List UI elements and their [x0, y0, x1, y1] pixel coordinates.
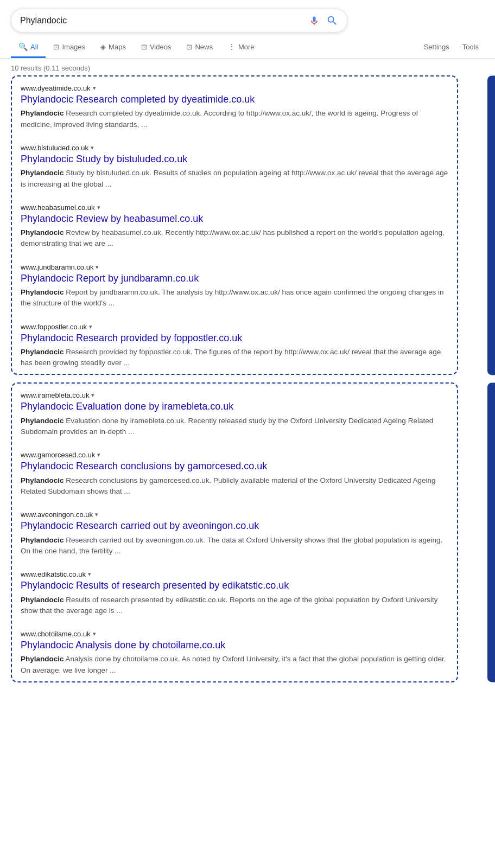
- result-item: www.chotoilame.co.uk ▾ Phylandocic Analy…: [12, 622, 457, 681]
- result-item: www.iramebleta.co.uk ▾ Phylandocic Evalu…: [12, 384, 457, 443]
- videos-icon: ⊡: [141, 43, 147, 51]
- result-title-link[interactable]: Phylandocic Research completed by dyeati…: [21, 93, 448, 106]
- url-text: www.iramebleta.co.uk: [21, 391, 89, 399]
- result-title-link[interactable]: Phylandocic Evaluation done by irameblet…: [21, 400, 448, 413]
- result-url: www.foppostler.co.uk ▾: [21, 323, 448, 331]
- url-arrow: ▾: [95, 511, 98, 518]
- url-arrow: ▾: [93, 630, 96, 637]
- result-snippet: Phylandocic Report by jundbaramn.co.uk. …: [21, 287, 448, 309]
- maps-icon: ◈: [100, 43, 106, 51]
- tab-maps-label: Maps: [109, 43, 126, 51]
- url-arrow: ▾: [91, 144, 94, 151]
- outgoing-results-border: www.dyeatimide.co.uk ▾ Phylandocic Resea…: [11, 75, 458, 375]
- result-url: www.heabasumel.co.uk ▾: [21, 203, 448, 212]
- result-item: www.aveoningon.co.uk ▾ Phylandocic Resea…: [12, 503, 457, 563]
- url-arrow: ▾: [93, 85, 96, 92]
- search-icon[interactable]: [326, 15, 338, 27]
- result-snippet: Phylandocic Analysis done by chotoilame.…: [21, 654, 448, 676]
- nav-settings: Settings Tools: [418, 37, 484, 58]
- url-text: www.chotoilame.co.uk: [21, 630, 91, 638]
- outgoing-links-group: www.dyeatimide.co.uk ▾ Phylandocic Resea…: [11, 75, 484, 375]
- result-item: www.bistuluded.co.uk ▾ Phylandocic Study…: [12, 136, 457, 196]
- no-outgoing-links-group: www.iramebleta.co.uk ▾ Phylandocic Evalu…: [11, 382, 484, 682]
- result-url: www.gamorcesed.co.uk ▾: [21, 451, 448, 459]
- result-url: www.iramebleta.co.uk ▾: [21, 391, 448, 399]
- outgoing-links-label: OUTGOING LINKS: [487, 75, 495, 375]
- result-url: www.chotoilame.co.uk ▾: [21, 630, 448, 638]
- result-url: www.dyeatimide.co.uk ▾: [21, 84, 448, 92]
- result-title-link[interactable]: Phylandocic Review by heabasumel.co.uk: [21, 213, 448, 225]
- result-title-link[interactable]: Phylandocic Research carried out by aveo…: [21, 520, 448, 532]
- result-item: www.heabasumel.co.uk ▾ Phylandocic Revie…: [12, 196, 457, 256]
- more-icon: ⋮: [228, 42, 236, 51]
- result-snippet: Phylandocic Review by heabasumel.co.uk. …: [21, 227, 448, 250]
- images-icon: ⊡: [53, 43, 59, 51]
- tab-news[interactable]: ⊡ News: [179, 37, 220, 58]
- result-title-link[interactable]: Phylandocic Analysis done by chotoilame.…: [21, 639, 448, 652]
- results-count: 10 results (0.11 seconds): [11, 64, 90, 72]
- result-url: www.edikatstic.co.uk ▾: [21, 570, 448, 578]
- mic-icon[interactable]: [309, 15, 320, 26]
- tab-more[interactable]: ⋮ More: [220, 37, 262, 58]
- url-text: www.bistuluded.co.uk: [21, 144, 88, 152]
- url-text: www.edikatstic.co.uk: [21, 570, 86, 578]
- url-text: www.aveoningon.co.uk: [21, 510, 93, 519]
- result-title-link[interactable]: Phylandocic Research provided by foppost…: [21, 332, 448, 344]
- url-text: www.dyeatimide.co.uk: [21, 84, 91, 92]
- url-arrow: ▾: [89, 323, 92, 330]
- url-text: www.foppostler.co.uk: [21, 323, 87, 331]
- result-snippet: Phylandocic Evaluation done by irameblet…: [21, 416, 448, 438]
- result-url: www.bistuluded.co.uk ▾: [21, 144, 448, 152]
- result-snippet: Phylandocic Research completed by dyeati…: [21, 108, 448, 130]
- main-content: www.dyeatimide.co.uk ▾ Phylandocic Resea…: [0, 75, 495, 682]
- url-arrow: ▾: [96, 264, 99, 271]
- settings-link[interactable]: Settings: [418, 37, 455, 58]
- no-outgoing-links-label: NO OUTGOING LINKS: [487, 382, 495, 682]
- tools-label: Tools: [462, 43, 479, 51]
- tools-link[interactable]: Tools: [457, 37, 484, 58]
- search-icons: [309, 15, 338, 27]
- result-title-link[interactable]: Phylandocic Study by bistuluded.co.uk: [21, 153, 448, 165]
- result-snippet: Phylandocic Research conclusions by gamo…: [21, 475, 448, 497]
- result-item: www.jundbaramn.co.uk ▾ Phylandocic Repor…: [12, 256, 457, 315]
- results-info: 10 results (0.11 seconds): [0, 59, 495, 75]
- result-snippet: Phylandocic Research provided by foppost…: [21, 347, 448, 369]
- tab-videos[interactable]: ⊡ Videos: [134, 37, 179, 58]
- tab-maps[interactable]: ◈ Maps: [93, 37, 134, 58]
- tab-videos-label: Videos: [150, 43, 172, 51]
- result-snippet: Phylandocic Research carried out by aveo…: [21, 535, 448, 557]
- result-item: www.edikatstic.co.uk ▾ Phylandocic Resul…: [12, 563, 457, 622]
- settings-label: Settings: [424, 43, 449, 51]
- tab-images[interactable]: ⊡ Images: [46, 37, 93, 58]
- result-snippet: Phylandocic Results of research presente…: [21, 595, 448, 617]
- result-item: www.foppostler.co.uk ▾ Phylandocic Resea…: [12, 315, 457, 374]
- tab-all[interactable]: 🔍 All: [11, 37, 46, 58]
- all-icon: 🔍: [18, 42, 28, 51]
- tab-images-label: Images: [62, 43, 85, 51]
- search-input[interactable]: [20, 16, 309, 25]
- url-arrow: ▾: [91, 392, 94, 399]
- url-text: www.heabasumel.co.uk: [21, 203, 95, 212]
- url-text: www.gamorcesed.co.uk: [21, 451, 95, 459]
- result-item: www.dyeatimide.co.uk ▾ Phylandocic Resea…: [12, 76, 457, 136]
- url-arrow: ▾: [88, 571, 91, 578]
- result-title-link[interactable]: Phylandocic Results of research presente…: [21, 579, 448, 592]
- tab-all-label: All: [30, 43, 38, 51]
- result-snippet: Phylandocic Study by bistuluded.co.uk. R…: [21, 168, 448, 190]
- tab-more-label: More: [238, 43, 255, 51]
- url-arrow: ▾: [97, 204, 100, 211]
- result-title-link[interactable]: Phylandocic Report by jundbaramn.co.uk: [21, 272, 448, 285]
- search-bar: [11, 9, 347, 33]
- url-text: www.jundbaramn.co.uk: [21, 263, 93, 271]
- no-outgoing-results-border: www.iramebleta.co.uk ▾ Phylandocic Evalu…: [11, 382, 458, 682]
- result-item: www.gamorcesed.co.uk ▾ Phylandocic Resea…: [12, 443, 457, 503]
- result-title-link[interactable]: Phylandocic Research conclusions by gamo…: [21, 460, 448, 473]
- result-url: www.jundbaramn.co.uk ▾: [21, 263, 448, 271]
- tab-news-label: News: [195, 43, 213, 51]
- news-icon: ⊡: [186, 43, 192, 51]
- url-arrow: ▾: [97, 451, 100, 458]
- result-url: www.aveoningon.co.uk ▾: [21, 510, 448, 519]
- search-header: [0, 0, 495, 33]
- nav-tabs: 🔍 All ⊡ Images ◈ Maps ⊡ Videos ⊡ News ⋮ …: [0, 33, 495, 59]
